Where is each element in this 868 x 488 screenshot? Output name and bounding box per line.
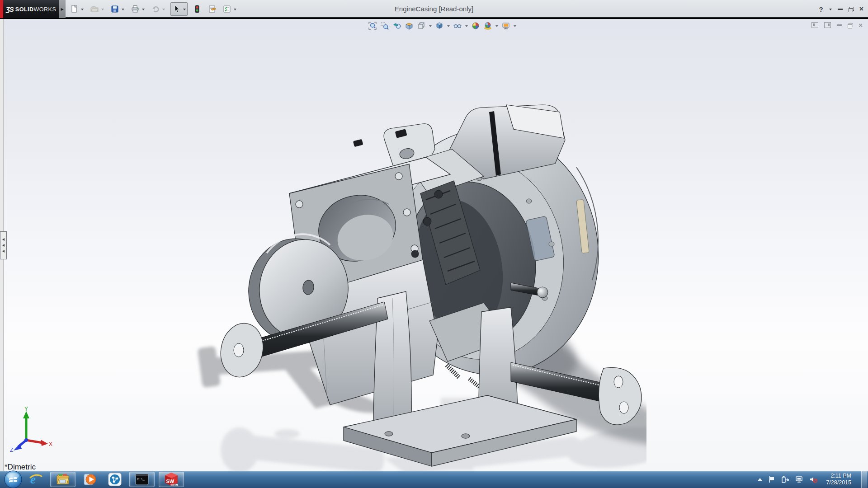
- options-checklist-icon: [222, 5, 231, 14]
- triad-x-label: X: [49, 441, 52, 447]
- document-restore-button[interactable]: [848, 23, 853, 28]
- options-dropdown[interactable]: [232, 3, 238, 15]
- display-style-icon: [435, 21, 444, 30]
- undo-icon: [151, 5, 160, 14]
- graphics-area[interactable]: ×: [0, 19, 868, 471]
- undo-dropdown[interactable]: [161, 3, 166, 15]
- taskbar-item-command-prompt[interactable]: C:\_: [129, 472, 155, 487]
- save-dropdown[interactable]: [120, 3, 126, 15]
- solidworks-window: ƷS SOLIDWORKS ▶: [0, 0, 868, 488]
- solidworks-logo-text-light: WORKS: [34, 6, 57, 13]
- close-button[interactable]: ×: [859, 5, 863, 13]
- open-button[interactable]: [89, 3, 100, 15]
- titlebar: ƷS SOLIDWORKS ▶: [0, 0, 868, 18]
- save-floppy-icon: [110, 5, 119, 14]
- section-view-button[interactable]: [404, 20, 415, 31]
- document-window-controls: ×: [811, 22, 863, 28]
- select-cursor-icon: [172, 5, 181, 14]
- network-monitor-icon: [795, 476, 803, 483]
- view-orientation-icon: [417, 21, 426, 30]
- show-hidden-icons-button[interactable]: [758, 478, 762, 481]
- save-button[interactable]: [109, 3, 120, 15]
- solidworks-logo-glyph: ƷS: [6, 5, 14, 13]
- document-close-button[interactable]: ×: [859, 22, 863, 28]
- media-player-icon: [83, 472, 97, 487]
- taskbar-item-internet-explorer[interactable]: e: [25, 472, 46, 487]
- start-button[interactable]: [3, 469, 24, 488]
- headsup-view-toolbar: [367, 20, 517, 32]
- hide-show-items-button[interactable]: [452, 20, 463, 31]
- taskbar: e: [0, 471, 868, 488]
- rebuild-traffic-light-icon: [193, 5, 202, 14]
- clock-time: 2:11 PM: [826, 473, 851, 479]
- command-prompt-icon: C:\_: [135, 473, 149, 486]
- network-button[interactable]: [795, 476, 803, 483]
- previous-view-icon: [392, 21, 401, 30]
- background-app-sliver: [0, 0, 3, 18]
- zoom-to-fit-icon: [368, 21, 377, 30]
- reference-triad: Y X Z: [7, 407, 52, 453]
- action-center-button[interactable]: [768, 476, 775, 483]
- show-desktop-button[interactable]: [861, 471, 867, 488]
- options-button[interactable]: [222, 3, 232, 15]
- volume-muted-icon: [809, 476, 817, 483]
- section-view-icon: [405, 21, 414, 30]
- collapse-arrow-icon: [2, 244, 5, 247]
- print-button[interactable]: [130, 3, 141, 15]
- pane-right-icon[interactable]: [824, 22, 831, 28]
- window-controls: ? ×: [819, 0, 863, 18]
- select-dropdown[interactable]: [182, 3, 187, 15]
- restore-button[interactable]: [849, 7, 854, 11]
- print-dropdown[interactable]: [141, 3, 146, 15]
- file-properties-button[interactable]: [207, 3, 217, 15]
- command-prompt-text: C:\_: [137, 478, 145, 481]
- taskbar-item-network-app[interactable]: [104, 472, 125, 487]
- solidworks-icon-year: 2015: [170, 483, 178, 487]
- collapse-arrow-icon: [2, 250, 5, 253]
- up-arrow-icon: [758, 478, 762, 481]
- view-settings-monitor-icon: [501, 21, 510, 30]
- solidworks-logo: ƷS SOLIDWORKS: [3, 0, 59, 18]
- view-orientation-button[interactable]: [416, 20, 427, 31]
- zoom-to-fit-button[interactable]: [367, 20, 378, 31]
- minimize-button[interactable]: [838, 9, 843, 10]
- power-plug-icon: [781, 476, 789, 483]
- collapse-arrow-icon: [2, 238, 5, 241]
- help-button[interactable]: ?: [819, 5, 823, 13]
- undo-button[interactable]: [150, 3, 161, 15]
- edit-appearance-sphere-icon: [471, 21, 480, 30]
- taskbar-item-media-player[interactable]: [80, 472, 100, 487]
- zoom-to-area-icon: [380, 21, 389, 30]
- view-settings-button[interactable]: [500, 20, 511, 31]
- document-minimize-button[interactable]: [837, 24, 842, 26]
- view-orientation-dropdown[interactable]: [428, 23, 433, 28]
- standard-toolbar: [69, 0, 242, 18]
- volume-button[interactable]: [809, 476, 817, 483]
- power-button[interactable]: [781, 476, 789, 483]
- select-button[interactable]: [171, 3, 182, 15]
- previous-view-button[interactable]: [392, 20, 402, 31]
- flag-icon: [768, 476, 775, 483]
- menu-expand-button[interactable]: ▶: [59, 0, 66, 18]
- print-icon: [131, 5, 140, 14]
- taskbar-item-solidworks[interactable]: SW 2015: [159, 472, 184, 487]
- display-style-dropdown[interactable]: [446, 23, 451, 28]
- display-style-button[interactable]: [434, 20, 445, 31]
- apply-scene-dropdown[interactable]: [495, 23, 499, 28]
- zoom-to-area-button[interactable]: [379, 20, 390, 31]
- pane-left-icon[interactable]: [811, 22, 818, 28]
- open-dropdown[interactable]: [100, 3, 105, 15]
- new-document-dropdown[interactable]: [80, 3, 85, 15]
- feature-manager-collapse-tab[interactable]: [0, 231, 7, 259]
- taskbar-item-windows-explorer[interactable]: [50, 472, 75, 487]
- engine-casing-model[interactable]: [194, 86, 646, 472]
- help-dropdown[interactable]: [829, 9, 832, 12]
- system-tray: 2:11 PM 7/28/2015: [758, 471, 868, 488]
- edit-appearance-button[interactable]: [470, 20, 481, 31]
- rebuild-button[interactable]: [192, 3, 203, 15]
- hide-show-items-dropdown[interactable]: [464, 23, 469, 28]
- view-settings-dropdown[interactable]: [513, 23, 517, 28]
- apply-scene-button[interactable]: [482, 20, 493, 31]
- new-document-button[interactable]: [69, 3, 80, 15]
- taskbar-clock[interactable]: 2:11 PM 7/28/2015: [826, 473, 851, 486]
